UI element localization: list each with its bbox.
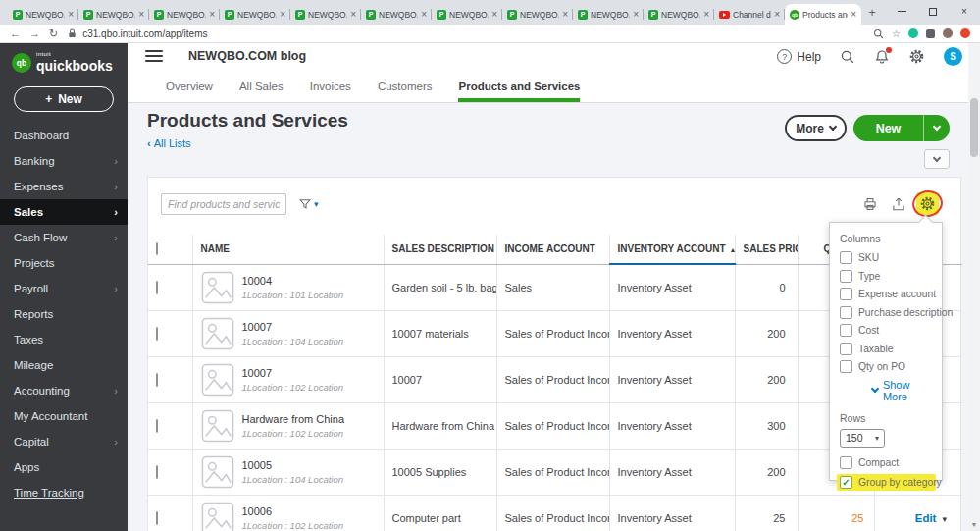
scrollbar-thumb[interactable] [970, 98, 978, 157]
column-header-sales-description[interactable]: SALES DESCRIPTION [384, 235, 496, 264]
option-compact[interactable]: Compact [840, 456, 936, 469]
browser-tab-active[interactable]: qbProducts and× [785, 4, 861, 25]
tab-close-icon[interactable]: × [851, 9, 856, 20]
url-box[interactable]: c31.qbo.intuit.com/app/items [67, 27, 864, 39]
search-input[interactable] [161, 193, 286, 215]
collapse-panel-button[interactable] [924, 149, 950, 169]
option-expense-account[interactable]: Expense account [840, 288, 936, 300]
page-zoom-icon[interactable] [873, 28, 884, 39]
tab-close-icon[interactable]: × [633, 9, 639, 20]
sidebar-item-payroll[interactable]: Payroll› [0, 276, 128, 301]
tab-close-icon[interactable]: × [421, 9, 427, 20]
purchase-description-checkbox[interactable] [840, 306, 852, 319]
notifications-bell-icon[interactable] [874, 49, 890, 65]
product-name[interactable]: 10007 [242, 367, 344, 379]
tab-overview[interactable]: Overview [166, 80, 213, 102]
column-header-inventory-account[interactable]: INVENTORY ACCOUNT▲ [609, 235, 735, 264]
gear-icon[interactable] [908, 48, 925, 65]
show-more-link[interactable]: Show More [872, 379, 936, 402]
product-name[interactable]: 10006 [242, 505, 344, 517]
user-avatar[interactable]: S [944, 47, 962, 66]
browser-tab[interactable]: PNEWQBO.CO× [432, 4, 502, 25]
product-name[interactable]: Hardware from China [242, 413, 345, 425]
row-checkbox[interactable] [156, 327, 158, 341]
row-checkbox[interactable] [156, 511, 158, 525]
sidebar-item-expenses[interactable]: Expenses› [0, 174, 128, 199]
sidebar-item-capital[interactable]: Capital› [0, 429, 128, 454]
product-name[interactable]: 10004 [242, 275, 344, 287]
sidebar-new-button[interactable]: +New [14, 86, 114, 112]
sidebar-item-accounting[interactable]: Accounting› [0, 378, 128, 403]
option-qty-on-po[interactable]: Qty on PO [840, 360, 936, 373]
row-checkbox[interactable] [156, 419, 158, 433]
select-all-checkbox[interactable] [156, 242, 158, 255]
browser-tab[interactable]: PNEWQBO.CO× [573, 4, 644, 25]
taxable-checkbox[interactable] [840, 343, 852, 355]
page-scrollbar[interactable]: ▼ [968, 43, 980, 531]
sidebar-item-mileage[interactable]: Mileage [0, 352, 128, 378]
window-maximize-button[interactable] [917, 0, 949, 23]
tab-close-icon[interactable]: × [138, 9, 144, 20]
reload-icon[interactable]: ↻ [49, 28, 58, 39]
tab-all-sales[interactable]: All Sales [239, 80, 284, 102]
more-button[interactable]: More [785, 115, 847, 141]
browser-tab[interactable]: PNEWQBO.CO× [361, 4, 432, 25]
type-checkbox[interactable] [840, 270, 852, 283]
tab-customers[interactable]: Customers [378, 80, 433, 102]
back-icon[interactable]: ← [10, 28, 21, 39]
tab-close-icon[interactable]: × [774, 9, 780, 20]
row-checkbox[interactable] [156, 281, 158, 294]
sidebar-item-time-tracking[interactable]: Time Tracking [0, 480, 128, 505]
bookmark-star-icon[interactable]: ☆ [892, 28, 901, 39]
option-sku[interactable]: SKU [840, 251, 936, 264]
column-header-name[interactable]: NAME [192, 235, 384, 264]
row-checkbox[interactable] [156, 373, 158, 387]
browser-tab[interactable]: PNEWQBO.CO× [644, 4, 714, 25]
window-minimize-button[interactable] [886, 0, 917, 23]
sku-checkbox[interactable] [840, 251, 852, 264]
extensions-puzzle-icon[interactable] [926, 29, 935, 38]
row-checkbox[interactable] [156, 465, 158, 479]
option-group-by-category[interactable]: ✓Group by category [837, 474, 936, 491]
tab-close-icon[interactable]: × [68, 9, 74, 20]
browser-tab[interactable]: PNEWQBO.CO× [78, 4, 149, 25]
column-header-sales-price[interactable]: SALES PRICE [735, 235, 798, 264]
compact-checkbox[interactable] [840, 456, 852, 469]
option-cost[interactable]: Cost [840, 324, 936, 337]
tab-close-icon[interactable]: × [350, 9, 356, 20]
product-name[interactable]: 10007 [242, 321, 344, 333]
qty-on-po-checkbox[interactable] [840, 360, 852, 373]
option-type[interactable]: Type [840, 270, 936, 283]
edit-link[interactable]: Edit [915, 512, 937, 524]
help-button[interactable]: ?Help [777, 49, 821, 64]
search-icon[interactable] [840, 49, 855, 65]
table-settings-gear-button[interactable] [919, 195, 936, 212]
browser-tab-channel[interactable]: Channel dash× [714, 4, 785, 25]
sidebar-item-cash-flow[interactable]: Cash Flow› [0, 225, 128, 250]
browser-tab[interactable]: PNEWQBO.CO× [8, 4, 78, 25]
filter-button[interactable]: ▾ [298, 197, 319, 211]
scrollbar-down-arrow[interactable]: ▼ [968, 521, 980, 528]
new-tab-button[interactable]: + [861, 5, 883, 20]
sidebar-item-reports[interactable]: Reports [0, 301, 128, 327]
sidebar-item-apps[interactable]: Apps [0, 454, 128, 480]
browser-tab[interactable]: PNEWQBO.CO× [220, 4, 290, 25]
all-lists-link[interactable]: ‹All Lists [147, 137, 191, 149]
browser-tab[interactable]: PNEWQBO.CO× [149, 4, 220, 25]
column-header-income-account[interactable]: INCOME ACCOUNT [496, 235, 609, 264]
print-icon[interactable] [862, 196, 878, 212]
tab-invoices[interactable]: Invoices [310, 80, 351, 102]
group-by-category-checkbox[interactable]: ✓ [840, 476, 852, 489]
table-row[interactable]: 100061Location : 102 Location Computer p… [148, 495, 962, 531]
tab-close-icon[interactable]: × [703, 9, 709, 20]
sidebar-item-sales[interactable]: Sales› [0, 199, 128, 225]
sidebar-item-dashboard[interactable]: Dashboard [0, 123, 128, 148]
forward-icon[interactable]: → [29, 28, 40, 39]
expense-account-checkbox[interactable] [840, 288, 852, 300]
browser-tab[interactable]: PNEWQBO.CO× [290, 4, 361, 25]
sidebar-item-projects[interactable]: Projects [0, 250, 128, 276]
export-icon[interactable] [891, 196, 906, 212]
option-purchase-description[interactable]: Purchase description [840, 306, 936, 319]
rows-per-page-select[interactable]: 150▾ [840, 429, 885, 448]
tab-products-and-services[interactable]: Products and Services [458, 80, 580, 102]
